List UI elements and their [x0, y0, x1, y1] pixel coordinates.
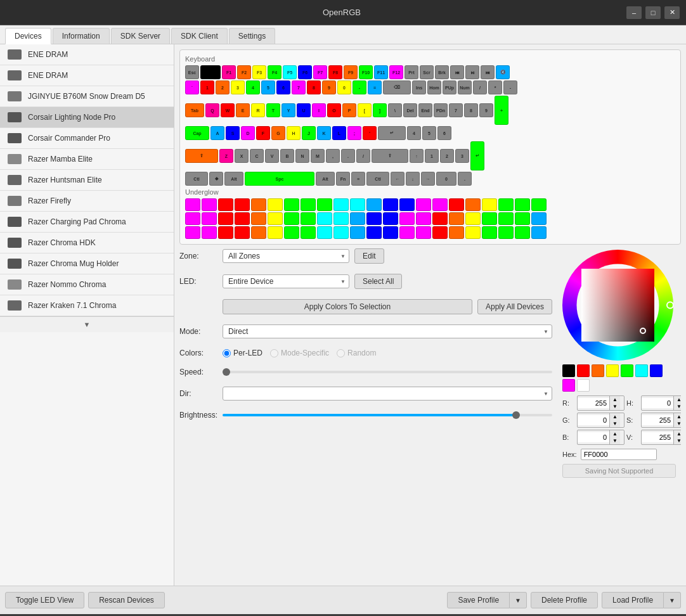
underglow-key-1-3[interactable]: [235, 212, 250, 225]
key-0-12[interactable]: F11: [374, 65, 388, 79]
underglow-key-2-6[interactable]: [284, 226, 299, 239]
underglow-key-1-14[interactable]: [416, 212, 431, 225]
h-down[interactable]: ▼: [674, 403, 681, 410]
b-input[interactable]: [578, 432, 609, 442]
v-down[interactable]: ▼: [674, 437, 681, 444]
key-5-6[interactable]: ≡: [351, 172, 365, 186]
key-5-8[interactable]: ←: [391, 172, 404, 186]
key-3-11[interactable]: ': [363, 126, 377, 140]
dir-dropdown[interactable]: [223, 387, 552, 401]
key-3-15[interactable]: 6: [437, 126, 451, 140]
key-2-13[interactable]: \: [388, 103, 402, 117]
key-0-1[interactable]: [200, 65, 221, 79]
underglow-key-0-11[interactable]: [366, 198, 382, 211]
v-up[interactable]: ▲: [674, 430, 681, 437]
key-1-19[interactable]: *: [488, 80, 502, 94]
random-option[interactable]: Random: [337, 349, 376, 357]
underglow-key-1-20[interactable]: [515, 212, 530, 225]
underglow-key-0-8[interactable]: [317, 198, 332, 211]
s-spinner[interactable]: ▲ ▼: [641, 413, 681, 428]
swatch-4[interactable]: [621, 364, 633, 377]
per-led-radio[interactable]: [223, 349, 231, 357]
underglow-key-1-9[interactable]: [333, 212, 349, 225]
underglow-key-1-17[interactable]: [465, 212, 481, 225]
key-4-6[interactable]: N: [295, 149, 309, 163]
underglow-key-1-2[interactable]: [218, 212, 233, 225]
h-spinner[interactable]: ▲ ▼: [641, 395, 681, 411]
underglow-key-0-13[interactable]: [399, 198, 415, 211]
key-5-1[interactable]: ◆: [209, 172, 223, 186]
underglow-key-0-1[interactable]: [202, 198, 217, 211]
underglow-key-1-18[interactable]: [482, 212, 497, 225]
h-up[interactable]: ▲: [674, 396, 681, 403]
key-0-8[interactable]: F7: [313, 65, 327, 79]
key-0-7[interactable]: F6: [298, 65, 312, 79]
underglow-key-1-6[interactable]: [284, 212, 299, 225]
underglow-key-1-4[interactable]: [251, 212, 266, 225]
underglow-key-0-3[interactable]: [235, 198, 250, 211]
key-1-16[interactable]: PUp: [443, 80, 456, 94]
key-4-1[interactable]: Z: [219, 149, 233, 163]
sidebar-item-12[interactable]: Razer Kraken 7.1 Chroma: [0, 295, 174, 316]
key-5-12[interactable]: .: [458, 172, 472, 186]
key-3-9[interactable]: L: [332, 126, 346, 140]
key-3-0[interactable]: Cap: [185, 126, 209, 140]
underglow-key-2-12[interactable]: [383, 226, 398, 239]
key-3-13[interactable]: 4: [407, 126, 421, 140]
g-up[interactable]: ▲: [610, 413, 620, 420]
key-0-11[interactable]: F10: [359, 65, 373, 79]
key-2-17[interactable]: 7: [449, 103, 463, 117]
apply-all-button[interactable]: Apply All Devices: [477, 299, 552, 314]
key-1-14[interactable]: Ins: [412, 80, 426, 94]
underglow-key-1-11[interactable]: [366, 212, 382, 225]
key-0-3[interactable]: F2: [237, 65, 251, 79]
key-4-7[interactable]: M: [311, 149, 325, 163]
key-3-3[interactable]: D: [241, 126, 255, 140]
underglow-key-1-13[interactable]: [399, 212, 415, 225]
key-1-0[interactable]: `: [185, 80, 199, 94]
key-2-2[interactable]: W: [221, 103, 235, 117]
key-1-11[interactable]: -: [353, 80, 366, 94]
key-5-2[interactable]: Alt: [224, 172, 243, 186]
key-2-8[interactable]: I: [312, 103, 326, 117]
mode-dropdown[interactable]: Direct Static Breathing Reactive Wave: [223, 324, 552, 338]
rescan-button[interactable]: Rescan Devices: [88, 592, 165, 608]
swatch-5[interactable]: [635, 364, 648, 377]
underglow-key-0-20[interactable]: [515, 198, 530, 211]
key-2-6[interactable]: Y: [282, 103, 295, 117]
g-input[interactable]: [578, 415, 609, 425]
key-3-6[interactable]: H: [287, 126, 301, 140]
v-input[interactable]: [642, 432, 673, 442]
mode-specific-option[interactable]: Mode-Specific: [270, 349, 329, 357]
key-1-6[interactable]: 6: [276, 80, 290, 94]
underglow-key-0-7[interactable]: [301, 198, 316, 211]
key-1-7[interactable]: 7: [292, 80, 306, 94]
key-1-1[interactable]: 1: [200, 80, 214, 94]
key-2-4[interactable]: R: [251, 103, 265, 117]
key-0-16[interactable]: Brk: [435, 65, 449, 79]
speed-slider[interactable]: [223, 371, 552, 373]
key-3-1[interactable]: A: [210, 126, 224, 140]
load-profile-arrow[interactable]: ▼: [664, 592, 681, 608]
key-0-17[interactable]: ⏮: [450, 65, 464, 79]
underglow-key-0-18[interactable]: [482, 198, 497, 211]
b-down[interactable]: ▼: [610, 437, 620, 444]
underglow-key-0-21[interactable]: [531, 198, 547, 211]
underglow-key-2-20[interactable]: [515, 226, 530, 239]
g-down[interactable]: ▼: [610, 420, 620, 427]
r-input[interactable]: [578, 398, 609, 408]
key-2-9[interactable]: O: [327, 103, 341, 117]
save-profile-arrow[interactable]: ▼: [510, 592, 527, 608]
minimize-button[interactable]: –: [626, 6, 642, 19]
underglow-key-1-19[interactable]: [498, 212, 514, 225]
key-3-14[interactable]: 5: [422, 126, 436, 140]
key-5-10[interactable]: →: [421, 172, 435, 186]
key-5-5[interactable]: Fn: [336, 172, 350, 186]
underglow-key-0-10[interactable]: [350, 198, 365, 211]
underglow-key-1-7[interactable]: [301, 212, 316, 225]
led-dropdown[interactable]: Entire Device LED 1: [223, 274, 349, 288]
brightness-slider[interactable]: [223, 414, 552, 416]
key-0-5[interactable]: F4: [268, 65, 282, 79]
edit-button[interactable]: Edit: [354, 248, 384, 264]
key-2-20[interactable]: +: [495, 96, 508, 125]
